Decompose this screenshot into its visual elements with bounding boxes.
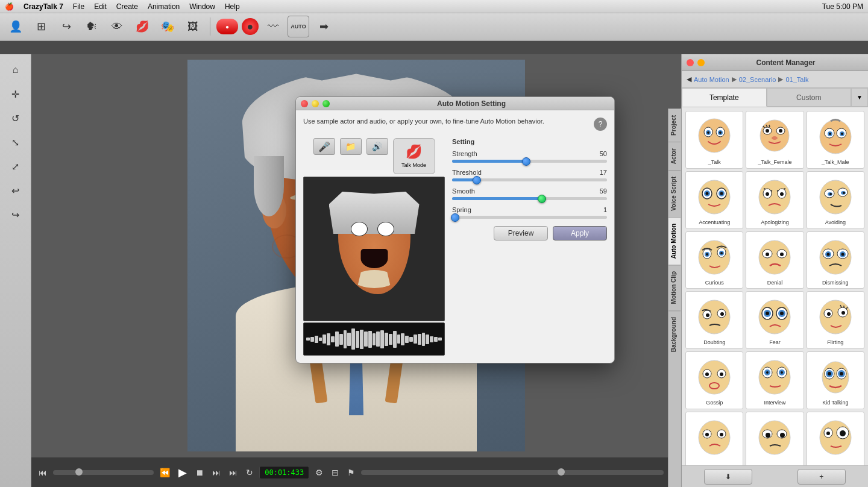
breadcrumb-back[interactable]: ◀ (687, 75, 691, 83)
actor-btn[interactable]: 👤 (5, 16, 27, 37)
preview-mic-btn[interactable]: 🎤 (313, 138, 335, 155)
playback-track[interactable] (361, 470, 664, 475)
cm-tab-template[interactable]: Template (682, 88, 767, 107)
list-item[interactable]: Apologizing (746, 171, 804, 229)
menu-file[interactable]: File (73, 2, 84, 11)
breadcrumb-scenario[interactable]: 02_Scenario (739, 76, 776, 83)
cm-add-btn[interactable]: + (797, 469, 846, 485)
spring-slider[interactable] (452, 216, 607, 219)
list-item[interactable]: _Talk_Male (807, 111, 864, 169)
dialog-minimize-btn[interactable] (312, 100, 319, 107)
auto-btn[interactable]: AUTO (288, 16, 309, 37)
list-item[interactable]: Avoiding (807, 171, 864, 229)
side-tab-motion-clip[interactable]: Motion Clip (668, 265, 681, 310)
head-btn[interactable]: 🗣 (81, 16, 102, 37)
side-tab-actor[interactable]: Actor (668, 142, 681, 170)
eye-btn[interactable]: 👁 (106, 16, 128, 37)
list-item[interactable]: ... (685, 412, 743, 465)
jump-start-btn[interactable]: ⏮ (36, 467, 49, 479)
loop-btn[interactable]: ↻ (244, 467, 256, 479)
side-tab-project[interactable]: Project (668, 108, 681, 142)
skip-btn[interactable]: ⏭ (227, 467, 240, 479)
list-item[interactable]: ... (746, 412, 804, 465)
talk-mode-btn[interactable]: 💋 Talk Mode (393, 138, 435, 174)
breadcrumb-talk[interactable]: 01_Talk (785, 76, 808, 83)
menu-create[interactable]: Create (116, 2, 138, 11)
cm-tab-dropdown[interactable]: ▼ (851, 88, 868, 107)
list-item[interactable]: _Talk (685, 111, 743, 169)
cm-close-btn[interactable] (687, 59, 694, 66)
rewind-btn[interactable]: ⏪ (157, 467, 172, 479)
list-item[interactable]: Flirting (807, 291, 864, 349)
list-item[interactable]: Gossip (685, 351, 743, 409)
volume-track[interactable] (53, 470, 154, 475)
mouth-btn[interactable]: 💋 (131, 16, 153, 37)
record-btn[interactable]: ● (216, 19, 238, 34)
item-thumb (693, 114, 736, 157)
settings-btn[interactable]: ⚙ (313, 467, 326, 479)
item-label: ... (832, 460, 839, 465)
menu-animation[interactable]: Animation (148, 2, 180, 11)
menu-window[interactable]: Window (189, 2, 215, 11)
apply-button[interactable]: Apply (553, 226, 607, 240)
scale-btn[interactable]: ⤡ (5, 131, 27, 153)
smooth-slider[interactable] (452, 197, 607, 200)
preview-button[interactable]: Preview (494, 226, 548, 240)
side-tab-auto-motion[interactable]: Auto Motion (668, 217, 681, 265)
cm-download-btn[interactable]: ⬇ (704, 469, 752, 485)
apple-menu[interactable]: 🍎 (5, 2, 14, 11)
redo-btn[interactable]: ↪ (5, 204, 27, 225)
breadcrumb-auto-motion[interactable]: Auto Motion (694, 76, 729, 83)
record2-btn[interactable]: ● (242, 18, 259, 35)
list-item[interactable]: Dismissing (807, 231, 864, 289)
fullscreen-btn[interactable]: ⤢ (5, 156, 27, 177)
dialog-close-btn[interactable] (301, 100, 308, 107)
photo-btn[interactable]: 🖼 (182, 16, 204, 37)
side-tab-background[interactable]: Background (668, 310, 681, 358)
list-item[interactable]: Accentuating (685, 171, 743, 229)
export-btn[interactable]: ➡ (313, 16, 335, 37)
strength-slider[interactable] (452, 160, 607, 163)
move-btn[interactable]: ✛ (5, 83, 27, 105)
item-thumb (814, 354, 857, 398)
scene-btn[interactable]: ⊞ (30, 16, 52, 37)
item-thumb (753, 114, 796, 157)
content-manager: Content Manager ◀ Auto Motion ▶ 02_Scena… (681, 54, 868, 487)
next-btn[interactable]: ⏭ (210, 467, 223, 479)
list-item[interactable]: Curious (685, 231, 743, 289)
svg-point-128 (766, 433, 770, 438)
list-item[interactable]: Fear (746, 291, 804, 349)
cm-minimize-btn[interactable] (697, 59, 705, 66)
marker-btn[interactable]: ⚑ (345, 467, 357, 479)
home-btn[interactable]: ⌂ (5, 59, 27, 81)
help-button[interactable]: ? (594, 118, 607, 131)
list-item[interactable]: Doubting (685, 291, 743, 349)
motion-btn[interactable]: ↪ (55, 16, 77, 37)
dialog-zoom-btn[interactable] (322, 100, 330, 107)
preview-file-btn[interactable]: 📁 (340, 138, 362, 155)
side-tab-voice-script[interactable]: Voice Script (668, 170, 681, 217)
cm-tab-custom[interactable]: Custom (767, 88, 852, 107)
list-item[interactable]: _Talk_Female (746, 111, 804, 169)
list-item[interactable]: Interview (746, 351, 804, 409)
play-btn[interactable]: ▶ (176, 465, 189, 480)
face-btn[interactable]: 🎭 (157, 16, 178, 37)
list-item[interactable]: ... (807, 412, 864, 465)
grid-btn[interactable]: ⊟ (329, 467, 341, 479)
waveform (304, 327, 444, 351)
item-thumb (753, 354, 796, 398)
undo-btn[interactable]: ↩ (5, 180, 27, 201)
menu-edit[interactable]: Edit (94, 2, 107, 11)
preview-speaker-btn[interactable]: 🔊 (366, 138, 388, 155)
list-item[interactable]: Denial (746, 231, 804, 289)
stop-btn[interactable]: ⏹ (193, 467, 206, 479)
menubar: 🍎 CrazyTalk 7 File Edit Create Animation… (0, 0, 868, 13)
rotate-btn[interactable]: ↺ (5, 107, 27, 129)
menu-help[interactable]: Help (225, 2, 240, 11)
item-label: Denial (767, 280, 783, 286)
cm-title: Content Manager (708, 58, 863, 67)
audio-btn[interactable]: 〰 (262, 16, 284, 37)
svg-point-123 (720, 433, 723, 436)
threshold-slider[interactable] (452, 178, 607, 181)
list-item[interactable]: Kid Talking (807, 351, 864, 409)
